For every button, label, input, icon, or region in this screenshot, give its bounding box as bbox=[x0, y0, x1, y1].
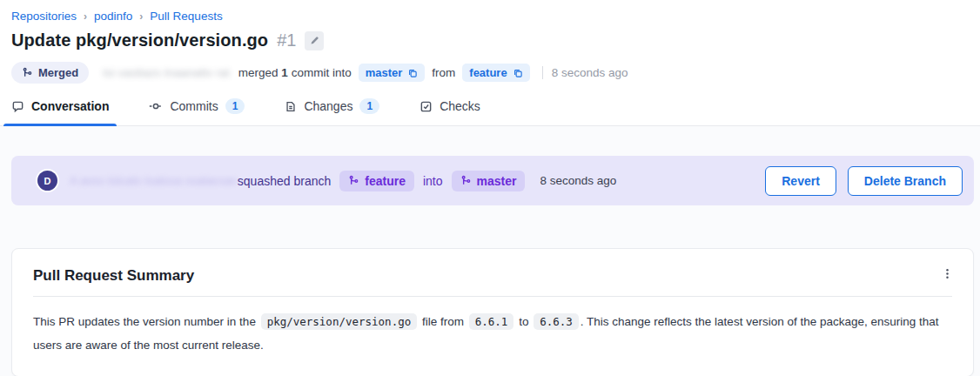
target-branch-pill[interactable]: master bbox=[452, 171, 526, 191]
merge-banner: D A avss tstcats tsatssa ssatacsav squas… bbox=[11, 156, 974, 205]
pr-content-area: D A avss tstcats tsatssa ssatacsav squas… bbox=[0, 126, 980, 376]
delete-branch-button[interactable]: Delete Branch bbox=[848, 166, 963, 196]
into-text: into bbox=[423, 174, 443, 188]
file-icon bbox=[285, 100, 297, 113]
kebab-menu-button[interactable] bbox=[940, 265, 955, 282]
comment-icon bbox=[11, 100, 24, 113]
author-name-blurred: tsi vasttazs tnaanattv rat bbox=[103, 66, 230, 79]
merge-action-text: squashed branch bbox=[238, 174, 331, 188]
tab-label: Conversation bbox=[31, 99, 109, 113]
pr-tabs: Conversation Commits 1 Changes 1 Checks bbox=[0, 84, 980, 126]
source-branch-name: feature bbox=[365, 174, 406, 188]
tab-conversation[interactable]: Conversation bbox=[11, 98, 109, 125]
source-branch-name: feature bbox=[469, 66, 507, 79]
breadcrumb-pull-requests[interactable]: Pull Requests bbox=[150, 10, 222, 23]
commits-count-badge: 1 bbox=[225, 98, 245, 114]
breadcrumb-repositories[interactable]: Repositories bbox=[11, 10, 77, 23]
edit-title-button[interactable] bbox=[305, 31, 324, 50]
target-branch-name: master bbox=[477, 174, 517, 188]
changes-count-badge: 1 bbox=[359, 98, 379, 114]
merge-text-mid: commit into bbox=[292, 66, 352, 79]
tab-commits[interactable]: Commits 1 bbox=[149, 98, 245, 125]
status-badge-label: Merged bbox=[38, 66, 78, 79]
source-branch-pill[interactable]: feature bbox=[462, 64, 529, 82]
copy-icon[interactable] bbox=[513, 68, 523, 78]
git-merge-icon bbox=[22, 67, 33, 78]
breadcrumb-separator: › bbox=[139, 10, 143, 23]
commit-count: 1 bbox=[281, 66, 288, 79]
pr-timestamp: 8 seconds ago bbox=[552, 66, 628, 79]
git-commit-icon bbox=[149, 99, 163, 113]
title-row: Update pkg/version/version.go #1 bbox=[11, 30, 980, 50]
merge-text-from: from bbox=[432, 66, 455, 79]
tab-changes[interactable]: Changes 1 bbox=[285, 98, 379, 125]
merge-text: merged bbox=[238, 66, 279, 79]
page-header: Repositories › podinfo › Pull Requests U… bbox=[0, 0, 980, 84]
target-branch-name: master bbox=[366, 66, 403, 79]
status-badge: Merged bbox=[11, 62, 89, 84]
git-branch-icon bbox=[348, 175, 359, 186]
summary-body: This PR updates the version number in th… bbox=[12, 297, 973, 376]
tab-checks[interactable]: Checks bbox=[420, 98, 480, 125]
kebab-icon bbox=[942, 267, 953, 280]
target-branch-pill[interactable]: master bbox=[359, 64, 426, 82]
banner-actions: Revert Delete Branch bbox=[765, 166, 963, 196]
divider bbox=[542, 66, 543, 79]
copy-icon[interactable] bbox=[407, 68, 418, 78]
tab-label: Checks bbox=[440, 99, 480, 113]
merge-timestamp: 8 seconds ago bbox=[540, 174, 616, 187]
pr-meta-row: Merged tsi vasttazs tnaanattv rat merged… bbox=[11, 62, 980, 84]
pencil-icon bbox=[309, 36, 319, 46]
author-name-blurred: A avss tstcats tsatssa ssatacsav bbox=[70, 174, 238, 187]
breadcrumb-podinfo[interactable]: podinfo bbox=[94, 10, 132, 23]
summary-card-title: Pull Request Summary bbox=[12, 249, 973, 296]
tab-label: Commits bbox=[170, 99, 218, 113]
checklist-icon bbox=[420, 100, 433, 113]
pr-number: #1 bbox=[277, 30, 296, 50]
git-branch-icon bbox=[460, 175, 472, 186]
tab-label: Changes bbox=[304, 99, 352, 113]
pr-title: Update pkg/version/version.go bbox=[11, 30, 268, 50]
avatar: D bbox=[37, 171, 57, 191]
pull-request-summary-card: Pull Request Summary This PR updates the… bbox=[11, 248, 974, 376]
breadcrumb: Repositories › podinfo › Pull Requests bbox=[11, 10, 980, 23]
breadcrumb-separator: › bbox=[84, 10, 87, 23]
revert-button[interactable]: Revert bbox=[765, 166, 836, 196]
source-branch-pill[interactable]: feature bbox=[339, 171, 414, 191]
